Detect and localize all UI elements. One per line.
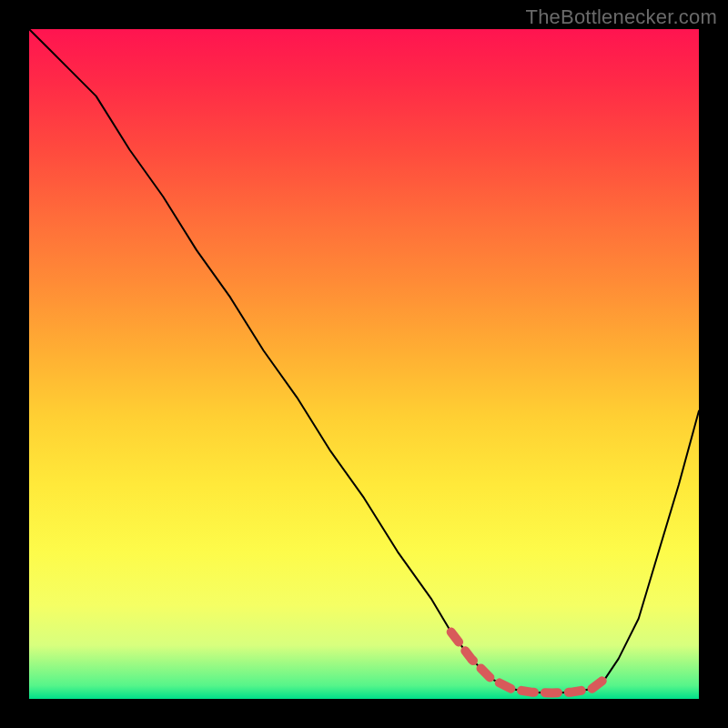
- series-curve: [29, 29, 699, 693]
- chart-frame: TheBottlenecker.com: [0, 0, 728, 728]
- watermark-text: TheBottlenecker.com: [526, 5, 717, 29]
- chart-svg: [29, 29, 699, 699]
- series-highlight: [451, 632, 605, 693]
- plot-area: [29, 29, 699, 699]
